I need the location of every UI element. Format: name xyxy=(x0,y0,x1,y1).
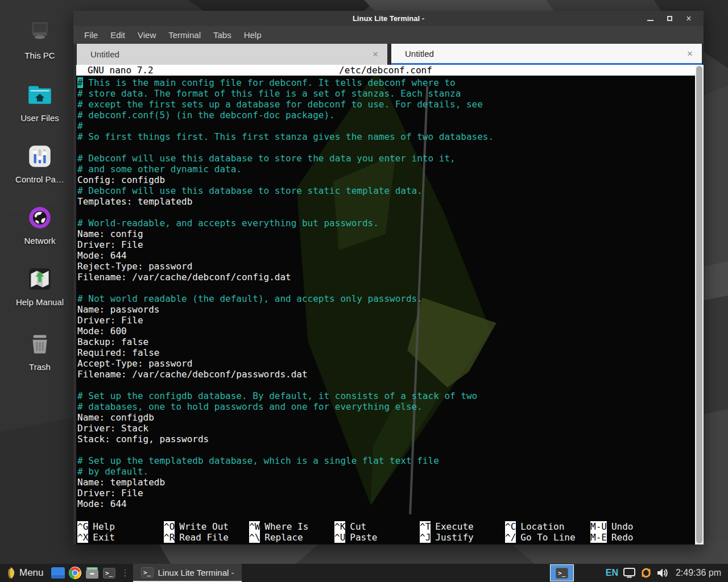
launcher-chrome[interactable] xyxy=(67,564,84,582)
close-icon: × xyxy=(686,14,691,23)
shortcut-key: ^\ xyxy=(249,532,260,543)
volume-icon[interactable] xyxy=(657,568,669,578)
editor-line: Mode: 644 xyxy=(76,498,695,509)
launcher-terminal[interactable]: >_ xyxy=(101,564,118,582)
editor-line xyxy=(76,142,695,153)
editor-line: Required: false xyxy=(76,347,695,358)
desktop-icon-help-manual[interactable]: Help Manual xyxy=(8,265,72,307)
terminal-icon: >_ xyxy=(556,568,568,579)
tab-bar: Untitled × Untitled × xyxy=(73,44,704,65)
shortcut-label: Justify xyxy=(435,532,473,543)
task-button-label: Linux Lite Terminal - xyxy=(158,568,234,577)
nano-lines: # This is the main config file for debco… xyxy=(76,76,695,521)
tab-label: Untitled xyxy=(90,49,119,59)
tab-untitled-2[interactable]: Untitled × xyxy=(391,44,702,65)
trash-icon xyxy=(26,330,54,358)
menu-tabs[interactable]: Tabs xyxy=(207,30,238,40)
window-controls: × xyxy=(644,13,704,24)
desktop-icon-label: Network xyxy=(24,236,55,246)
minimize-button[interactable] xyxy=(644,13,656,24)
file-manager-icon xyxy=(51,567,65,579)
tray-terminal-button[interactable]: >_ xyxy=(550,564,574,581)
editor-line xyxy=(76,207,695,218)
nano-shortcut-redo: M-ERedo xyxy=(590,532,695,543)
taskbar-clock[interactable]: 2:49:36 pm xyxy=(673,568,728,578)
editor-line: Filename: /var/cache/debconf/config.dat xyxy=(76,272,695,282)
menu-help[interactable]: Help xyxy=(238,30,268,40)
shortcut-key: ^X xyxy=(77,532,88,543)
editor-line: # Debconf will use this database to stor… xyxy=(76,185,695,196)
editor-line: Templates: templatedb xyxy=(76,196,695,207)
editor-line: Driver: File xyxy=(76,239,695,250)
nano-titlebar: /etc/debconf.conf GNU nano 7.2 xyxy=(76,65,695,76)
editor-line: Name: templatedb xyxy=(76,477,695,488)
editor-line: Driver: Stack xyxy=(76,423,695,434)
editor-line: Name: configdb xyxy=(76,412,695,423)
launcher-archive[interactable] xyxy=(84,564,101,582)
folder-home-icon xyxy=(26,81,54,109)
shortcut-column: ^OWrite Out^RRead File xyxy=(164,521,249,543)
maximize-button[interactable] xyxy=(664,13,675,24)
editor-line: Name: passwords xyxy=(76,304,695,315)
desktop-icon-network[interactable]: Network xyxy=(8,203,72,246)
shortcut-column: ^WWhere Is^\Replace xyxy=(249,521,334,543)
desktop-icon-label: User Files xyxy=(20,113,59,123)
shortcut-key: ^G xyxy=(77,521,88,532)
shortcut-label: Exit xyxy=(93,532,115,543)
terminal-scrollbar[interactable] xyxy=(695,65,704,544)
desktop-icon-list: This PC User Files Control Pa… xyxy=(8,0,72,582)
updates-icon[interactable] xyxy=(640,567,652,579)
task-button-terminal[interactable]: >_ Linux Lite Terminal - xyxy=(133,564,242,582)
tab-untitled-1[interactable]: Untitled × xyxy=(77,44,387,65)
tab-label: Untitled xyxy=(405,49,434,59)
editor-line: # by default. xyxy=(76,466,695,477)
desktop-icon-control-panel[interactable]: Control Pa… xyxy=(8,142,72,184)
editor-line: # and some other dynamic data. xyxy=(76,164,695,174)
shortcut-key: ^/ xyxy=(505,532,516,543)
editor-line: Stack: config, passwords xyxy=(76,434,695,444)
close-button[interactable]: × xyxy=(683,13,694,24)
desktop-icon-this-pc[interactable]: This PC xyxy=(8,18,72,60)
editor-line: # Set up the templatedb database, which … xyxy=(76,455,695,466)
shortcut-label: Redo xyxy=(611,532,634,543)
tab-close-icon[interactable]: × xyxy=(687,49,693,59)
shortcut-label: Go To Line xyxy=(520,532,575,543)
launcher-file-manager[interactable] xyxy=(49,564,67,582)
desktop-icon-label: Control Pa… xyxy=(15,174,64,184)
editor-line: # except the first sets up a database fo… xyxy=(76,99,695,110)
display-icon[interactable] xyxy=(623,568,635,578)
shortcut-key: M-E xyxy=(590,532,607,543)
menu-view[interactable]: View xyxy=(131,30,162,40)
scrollbar-thumb[interactable] xyxy=(696,66,702,543)
nano-shortcut-replace: ^\Replace xyxy=(249,532,334,543)
menu-edit[interactable]: Edit xyxy=(104,30,131,40)
desktop-icon-label: This PC xyxy=(24,51,55,60)
linuxlite-logo-icon xyxy=(6,567,15,579)
shortcut-label: Replace xyxy=(264,532,303,543)
terminal-screen[interactable]: /etc/debconf.conf GNU nano 7.2 # This is… xyxy=(76,65,695,544)
menu-terminal[interactable]: Terminal xyxy=(162,30,207,40)
window-titlebar[interactable]: Linux Lite Terminal - × xyxy=(73,11,704,26)
shortcut-key: ^T xyxy=(420,521,431,532)
shortcut-key: ^J xyxy=(420,532,431,543)
editor-line: # databases, one to hold passwords and o… xyxy=(76,401,695,412)
desktop-icon-trash[interactable]: Trash xyxy=(8,330,72,372)
shortcut-key: ^C xyxy=(505,521,516,532)
language-indicator[interactable]: EN xyxy=(606,568,618,578)
taskbar-menu-button[interactable]: Menu xyxy=(0,564,49,582)
editor-line: Backup: false xyxy=(76,336,695,347)
shortcut-column: ^TExecute^JJustify xyxy=(420,521,505,543)
shortcut-key: ^O xyxy=(164,521,175,532)
tab-close-icon[interactable]: × xyxy=(373,49,378,59)
taskbar: Menu >_ ⋮ >_ Linux Lite Terminal - xyxy=(0,564,728,582)
archive-box-icon xyxy=(86,567,98,579)
terminal-window: Linux Lite Terminal - × FileEditViewTerm… xyxy=(73,11,704,544)
shortcut-label: Write Out xyxy=(179,521,229,532)
shortcut-label: Paste xyxy=(350,532,377,543)
editor-line xyxy=(76,380,695,390)
editor-line: # World-readable, and accepts everything… xyxy=(76,218,695,228)
menu-file[interactable]: File xyxy=(78,30,104,40)
editor-line xyxy=(76,444,695,455)
editor-line: Accept-Type: password xyxy=(76,358,695,369)
desktop-icon-user-files[interactable]: User Files xyxy=(8,81,72,123)
